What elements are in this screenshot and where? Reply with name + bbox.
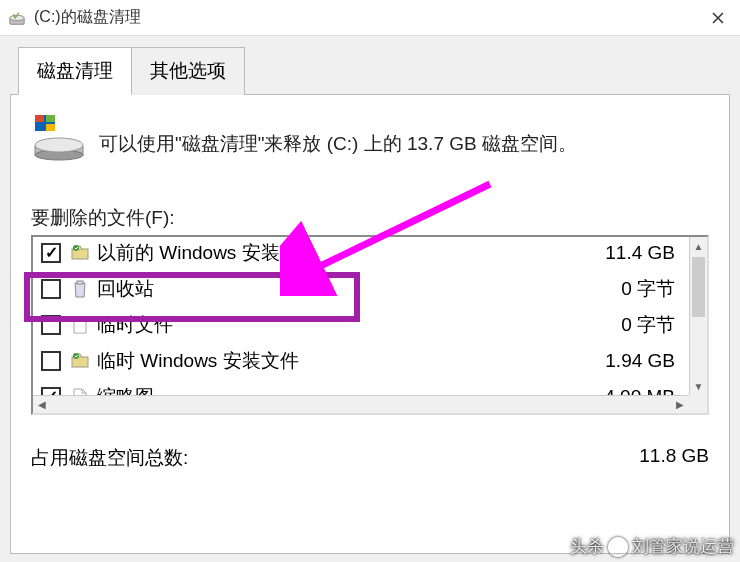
watermark: 头杀 @ 刘管家说运营 bbox=[570, 535, 734, 558]
checkbox[interactable] bbox=[41, 279, 61, 299]
disk-cleanup-icon bbox=[8, 9, 26, 27]
tab-strip: 磁盘清理 其他选项 bbox=[18, 46, 730, 94]
file-list[interactable]: 以前的 Windows 安装 11.4 GB 回收站 0 字节 临时文件 0 字… bbox=[31, 235, 709, 415]
scroll-corner bbox=[689, 395, 707, 413]
scroll-right-arrow[interactable]: ▶ bbox=[671, 396, 689, 413]
scroll-down-arrow[interactable]: ▼ bbox=[690, 377, 707, 395]
svg-rect-4 bbox=[46, 115, 55, 122]
checkbox[interactable] bbox=[41, 351, 61, 371]
drive-icon bbox=[31, 113, 87, 165]
list-item[interactable]: 临时文件 0 字节 bbox=[33, 307, 689, 343]
file-list-container: 以前的 Windows 安装 11.4 GB 回收站 0 字节 临时文件 0 字… bbox=[31, 235, 709, 415]
header-row: 可以使用"磁盘清理"来释放 (C:) 上的 13.7 GB 磁盘空间。 bbox=[31, 113, 709, 165]
file-name: 以前的 Windows 安装 bbox=[97, 240, 605, 266]
titlebar: (C:)的磁盘清理 bbox=[0, 0, 740, 36]
file-size: 11.4 GB bbox=[605, 242, 681, 264]
scroll-left-arrow[interactable]: ◀ bbox=[33, 396, 51, 413]
scroll-thumb[interactable] bbox=[692, 257, 705, 317]
vertical-scrollbar[interactable]: ▲ ▼ bbox=[689, 237, 707, 395]
tab-other-options[interactable]: 其他选项 bbox=[131, 47, 245, 95]
file-icon bbox=[69, 315, 91, 335]
header-description: 可以使用"磁盘清理"来释放 (C:) 上的 13.7 GB 磁盘空间。 bbox=[99, 113, 577, 157]
svg-point-12 bbox=[73, 245, 79, 251]
files-to-delete-label: 要删除的文件(F): bbox=[31, 205, 709, 231]
watermark-prefix: 头杀 bbox=[570, 535, 604, 558]
tab-disk-cleanup[interactable]: 磁盘清理 bbox=[18, 47, 132, 95]
file-size: 1.94 GB bbox=[605, 350, 681, 372]
svg-point-15 bbox=[73, 353, 79, 359]
total-row: 占用磁盘空间总数: 11.8 GB bbox=[31, 445, 709, 471]
file-size: 0 字节 bbox=[621, 312, 681, 338]
list-item[interactable]: 临时 Windows 安装文件 1.94 GB bbox=[33, 343, 689, 379]
file-name: 临时 Windows 安装文件 bbox=[97, 348, 605, 374]
svg-rect-6 bbox=[46, 124, 55, 131]
svg-rect-13 bbox=[77, 281, 83, 284]
windows-old-icon bbox=[69, 243, 91, 263]
close-icon bbox=[712, 12, 724, 24]
svg-point-10 bbox=[35, 138, 83, 152]
recycle-bin-icon bbox=[69, 279, 91, 299]
total-label: 占用磁盘空间总数: bbox=[31, 445, 188, 471]
watermark-at-icon: @ bbox=[608, 537, 628, 557]
scroll-up-arrow[interactable]: ▲ bbox=[690, 237, 707, 255]
list-item[interactable]: 以前的 Windows 安装 11.4 GB bbox=[33, 235, 689, 271]
window-title: (C:)的磁盘清理 bbox=[34, 7, 141, 28]
file-size: 0 字节 bbox=[621, 276, 681, 302]
windows-old-icon bbox=[69, 351, 91, 371]
close-button[interactable] bbox=[695, 0, 740, 36]
checkbox[interactable] bbox=[41, 315, 61, 335]
file-name: 回收站 bbox=[97, 276, 621, 302]
total-value: 11.8 GB bbox=[639, 445, 709, 471]
list-item[interactable]: 回收站 0 字节 bbox=[33, 271, 689, 307]
file-name: 临时文件 bbox=[97, 312, 621, 338]
svg-rect-3 bbox=[35, 115, 44, 122]
checkbox[interactable] bbox=[41, 243, 61, 263]
svg-rect-5 bbox=[35, 124, 44, 131]
watermark-author: 刘管家说运营 bbox=[632, 535, 734, 558]
dialog-content: 磁盘清理 其他选项 可以使用"磁盘清理"来释放 (C:) 上的 13.7 GB … bbox=[0, 36, 740, 562]
tab-panel: 可以使用"磁盘清理"来释放 (C:) 上的 13.7 GB 磁盘空间。 要删除的… bbox=[10, 94, 730, 554]
horizontal-scrollbar[interactable]: ◀ ▶ bbox=[33, 395, 689, 413]
